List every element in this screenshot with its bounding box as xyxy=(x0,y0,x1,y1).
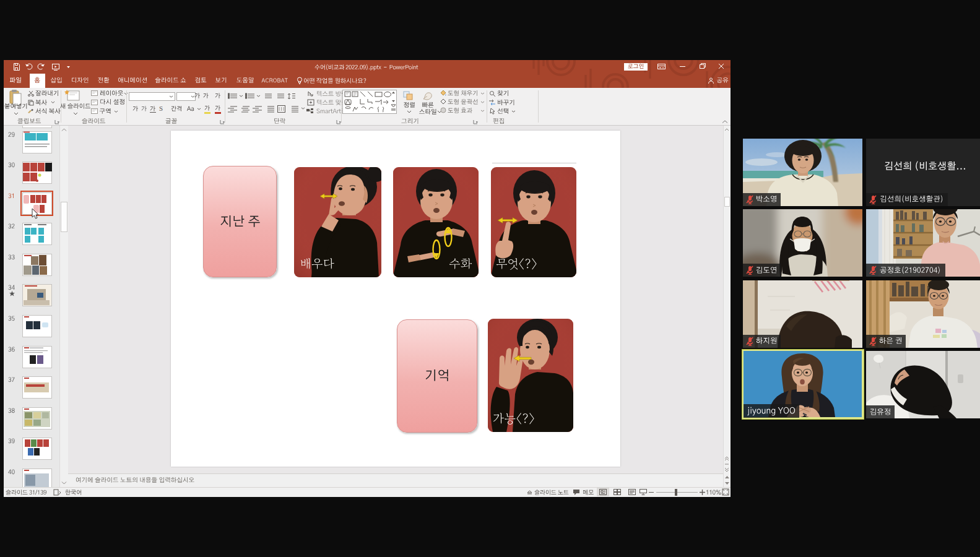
svg-text:S: S xyxy=(159,105,163,112)
